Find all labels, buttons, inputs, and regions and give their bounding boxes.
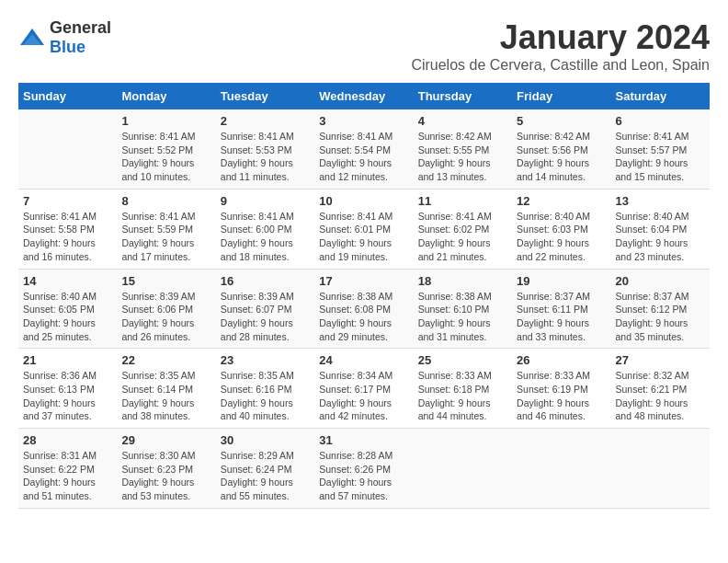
calendar-cell: 6Sunrise: 8:41 AM Sunset: 5:57 PM Daylig… [611, 109, 710, 189]
day-info: Sunrise: 8:37 AM Sunset: 6:11 PM Dayligh… [517, 290, 606, 344]
day-number: 12 [517, 194, 606, 208]
day-number: 6 [616, 114, 705, 128]
calendar-cell: 28Sunrise: 8:31 AM Sunset: 6:22 PM Dayli… [18, 429, 117, 509]
calendar-cell: 24Sunrise: 8:34 AM Sunset: 6:17 PM Dayli… [314, 349, 413, 429]
day-info: Sunrise: 8:31 AM Sunset: 6:22 PM Dayligh… [23, 449, 112, 503]
calendar-cell: 10Sunrise: 8:41 AM Sunset: 6:01 PM Dayli… [314, 189, 413, 269]
day-info: Sunrise: 8:28 AM Sunset: 6:26 PM Dayligh… [319, 449, 408, 503]
day-info: Sunrise: 8:39 AM Sunset: 6:07 PM Dayligh… [221, 290, 310, 344]
calendar-cell: 20Sunrise: 8:37 AM Sunset: 6:12 PM Dayli… [611, 269, 710, 349]
day-number: 15 [121, 274, 210, 288]
calendar-table: SundayMondayTuesdayWednesdayThursdayFrid… [18, 83, 710, 509]
calendar-week-row: 1Sunrise: 8:41 AM Sunset: 5:52 PM Daylig… [18, 109, 710, 189]
calendar-cell: 7Sunrise: 8:41 AM Sunset: 5:58 PM Daylig… [18, 189, 117, 269]
day-info: Sunrise: 8:41 AM Sunset: 5:54 PM Dayligh… [319, 130, 408, 184]
calendar-cell: 18Sunrise: 8:38 AM Sunset: 6:10 PM Dayli… [414, 269, 512, 349]
weekday-header-monday: Monday [117, 83, 215, 109]
day-info: Sunrise: 8:38 AM Sunset: 6:10 PM Dayligh… [418, 290, 507, 344]
calendar-week-row: 7Sunrise: 8:41 AM Sunset: 5:58 PM Daylig… [18, 189, 710, 269]
day-info: Sunrise: 8:34 AM Sunset: 6:17 PM Dayligh… [319, 369, 408, 423]
calendar-cell [414, 429, 512, 509]
day-number: 17 [319, 274, 408, 288]
day-number: 26 [517, 353, 606, 367]
day-number: 28 [23, 433, 112, 447]
weekday-header-row: SundayMondayTuesdayWednesdayThursdayFrid… [18, 83, 710, 109]
calendar-cell: 12Sunrise: 8:40 AM Sunset: 6:03 PM Dayli… [512, 189, 610, 269]
day-info: Sunrise: 8:35 AM Sunset: 6:16 PM Dayligh… [221, 369, 310, 423]
day-number: 21 [23, 353, 112, 367]
calendar-cell: 27Sunrise: 8:32 AM Sunset: 6:21 PM Dayli… [611, 349, 710, 429]
calendar-cell: 3Sunrise: 8:41 AM Sunset: 5:54 PM Daylig… [314, 109, 413, 189]
calendar-cell: 30Sunrise: 8:29 AM Sunset: 6:24 PM Dayli… [216, 429, 314, 509]
weekday-header-wednesday: Wednesday [314, 83, 413, 109]
logo-icon [18, 27, 46, 49]
day-info: Sunrise: 8:41 AM Sunset: 5:53 PM Dayligh… [221, 130, 310, 184]
calendar-cell: 11Sunrise: 8:41 AM Sunset: 6:02 PM Dayli… [414, 189, 512, 269]
day-info: Sunrise: 8:33 AM Sunset: 6:18 PM Dayligh… [418, 369, 507, 423]
day-number: 24 [319, 353, 408, 367]
weekday-header-friday: Friday [512, 83, 610, 109]
day-number: 22 [121, 353, 210, 367]
day-number: 13 [616, 194, 705, 208]
day-info: Sunrise: 8:40 AM Sunset: 6:05 PM Dayligh… [23, 290, 112, 344]
day-info: Sunrise: 8:41 AM Sunset: 5:57 PM Dayligh… [616, 130, 705, 184]
calendar-cell: 26Sunrise: 8:33 AM Sunset: 6:19 PM Dayli… [512, 349, 610, 429]
logo-text-blue: Blue [50, 38, 85, 56]
calendar-cell: 9Sunrise: 8:41 AM Sunset: 6:00 PM Daylig… [216, 189, 314, 269]
day-number: 8 [121, 194, 210, 208]
calendar-week-row: 21Sunrise: 8:36 AM Sunset: 6:13 PM Dayli… [18, 349, 710, 429]
calendar-cell: 1Sunrise: 8:41 AM Sunset: 5:52 PM Daylig… [117, 109, 215, 189]
day-number: 16 [221, 274, 310, 288]
calendar-cell: 25Sunrise: 8:33 AM Sunset: 6:18 PM Dayli… [414, 349, 512, 429]
weekday-header-sunday: Sunday [18, 83, 117, 109]
calendar-cell [18, 109, 117, 189]
day-info: Sunrise: 8:42 AM Sunset: 5:56 PM Dayligh… [517, 130, 606, 184]
day-number: 30 [221, 433, 310, 447]
day-number: 20 [616, 274, 705, 288]
day-info: Sunrise: 8:37 AM Sunset: 6:12 PM Dayligh… [616, 290, 705, 344]
day-info: Sunrise: 8:41 AM Sunset: 5:52 PM Dayligh… [121, 130, 210, 184]
calendar-cell [512, 429, 610, 509]
header: General Blue January 2024 Ciruelos de Ce… [18, 18, 710, 74]
logo: General Blue [18, 18, 111, 57]
day-info: Sunrise: 8:42 AM Sunset: 5:55 PM Dayligh… [418, 130, 507, 184]
day-number: 9 [221, 194, 310, 208]
calendar-cell: 22Sunrise: 8:35 AM Sunset: 6:14 PM Dayli… [117, 349, 215, 429]
calendar-cell: 17Sunrise: 8:38 AM Sunset: 6:08 PM Dayli… [314, 269, 413, 349]
day-number: 2 [221, 114, 310, 128]
calendar-cell: 16Sunrise: 8:39 AM Sunset: 6:07 PM Dayli… [216, 269, 314, 349]
calendar-cell: 21Sunrise: 8:36 AM Sunset: 6:13 PM Dayli… [18, 349, 117, 429]
day-number: 7 [23, 194, 112, 208]
calendar-cell: 19Sunrise: 8:37 AM Sunset: 6:11 PM Dayli… [512, 269, 610, 349]
day-info: Sunrise: 8:33 AM Sunset: 6:19 PM Dayligh… [517, 369, 606, 423]
weekday-header-thursday: Thursday [414, 83, 512, 109]
day-number: 4 [418, 114, 507, 128]
day-number: 19 [517, 274, 606, 288]
calendar-week-row: 28Sunrise: 8:31 AM Sunset: 6:22 PM Dayli… [18, 429, 710, 509]
day-info: Sunrise: 8:40 AM Sunset: 6:03 PM Dayligh… [517, 210, 606, 264]
calendar-cell: 4Sunrise: 8:42 AM Sunset: 5:55 PM Daylig… [414, 109, 512, 189]
calendar-week-row: 14Sunrise: 8:40 AM Sunset: 6:05 PM Dayli… [18, 269, 710, 349]
day-number: 18 [418, 274, 507, 288]
calendar-cell: 13Sunrise: 8:40 AM Sunset: 6:04 PM Dayli… [611, 189, 710, 269]
calendar-cell: 8Sunrise: 8:41 AM Sunset: 5:59 PM Daylig… [117, 189, 215, 269]
calendar-cell: 29Sunrise: 8:30 AM Sunset: 6:23 PM Dayli… [117, 429, 215, 509]
day-info: Sunrise: 8:41 AM Sunset: 6:00 PM Dayligh… [221, 210, 310, 264]
day-number: 5 [517, 114, 606, 128]
day-number: 31 [319, 433, 408, 447]
day-info: Sunrise: 8:32 AM Sunset: 6:21 PM Dayligh… [616, 369, 705, 423]
calendar-cell [611, 429, 710, 509]
day-number: 23 [221, 353, 310, 367]
calendar-cell: 5Sunrise: 8:42 AM Sunset: 5:56 PM Daylig… [512, 109, 610, 189]
logo-text-general: General [50, 18, 111, 37]
day-info: Sunrise: 8:41 AM Sunset: 6:02 PM Dayligh… [418, 210, 507, 264]
day-info: Sunrise: 8:29 AM Sunset: 6:24 PM Dayligh… [221, 449, 310, 503]
day-number: 1 [121, 114, 210, 128]
day-number: 29 [121, 433, 210, 447]
title-area: January 2024 Ciruelos de Cervera, Castil… [411, 18, 710, 74]
day-info: Sunrise: 8:35 AM Sunset: 6:14 PM Dayligh… [121, 369, 210, 423]
calendar-cell: 31Sunrise: 8:28 AM Sunset: 6:26 PM Dayli… [314, 429, 413, 509]
day-info: Sunrise: 8:38 AM Sunset: 6:08 PM Dayligh… [319, 290, 408, 344]
day-number: 14 [23, 274, 112, 288]
day-info: Sunrise: 8:39 AM Sunset: 6:06 PM Dayligh… [121, 290, 210, 344]
